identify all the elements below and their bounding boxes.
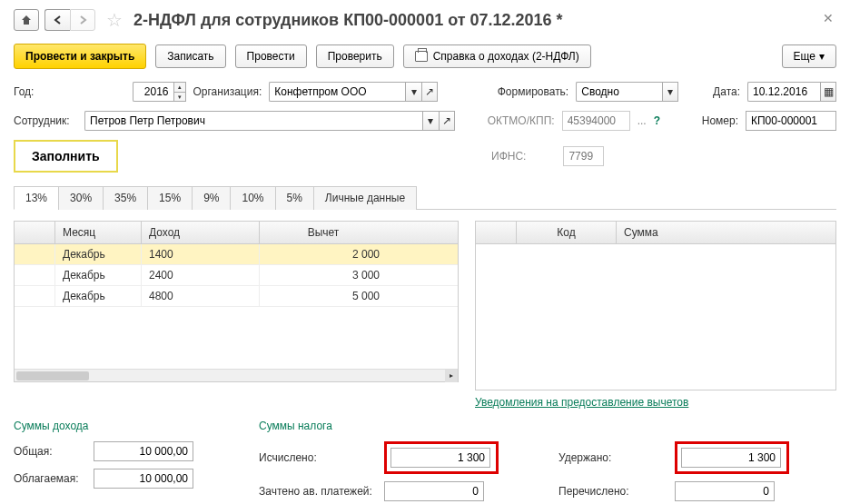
date-picker[interactable]: ▦ <box>820 82 836 102</box>
date-label: Дата: <box>713 85 740 98</box>
col-sum[interactable]: Сумма <box>617 222 835 243</box>
chevron-down-icon: ▾ <box>819 50 825 63</box>
col-ded[interactable]: Вычет <box>260 222 387 243</box>
year-input[interactable] <box>133 82 173 102</box>
form-input[interactable] <box>576 82 662 102</box>
col-income[interactable]: Доход <box>142 222 260 243</box>
calc-highlight <box>384 441 499 474</box>
post-button[interactable]: Провести <box>235 44 307 68</box>
form-dropdown[interactable]: ▾ <box>662 82 678 102</box>
emp-input[interactable] <box>84 111 422 131</box>
tab-9[interactable]: 9% <box>192 186 231 210</box>
col-month[interactable]: Месяц <box>55 222 142 243</box>
help-icon[interactable]: ? <box>654 114 660 127</box>
year-up[interactable]: ▴ <box>173 82 186 92</box>
adv-input[interactable] <box>384 481 484 501</box>
adv-label: Зачтено ав. платежей: <box>259 485 377 498</box>
income-sums-head: Суммы дохода <box>14 420 213 432</box>
table-row[interactable]: Декабрь24003 000 <box>15 265 458 286</box>
held-input[interactable] <box>681 448 781 468</box>
tax-sums-head: Суммы налога <box>259 420 513 432</box>
check-button[interactable]: Проверить <box>316 44 394 68</box>
tabs-bar: 13% 30% 35% 15% 9% 10% 5% Личные данные <box>14 185 836 210</box>
table-row[interactable]: Декабрь48005 000 <box>15 286 458 307</box>
org-dropdown[interactable]: ▾ <box>405 82 421 102</box>
ifns-label: ИФНС: <box>491 150 526 163</box>
org-input[interactable] <box>269 82 405 102</box>
fill-button[interactable]: Заполнить <box>14 140 118 173</box>
year-label: Год: <box>14 85 34 98</box>
org-open[interactable]: ↗ <box>421 82 438 102</box>
table-row[interactable]: Декабрь14002 000 <box>15 244 458 265</box>
emp-dropdown[interactable]: ▾ <box>422 111 439 131</box>
trans-input[interactable] <box>675 481 775 501</box>
ifns-input[interactable] <box>563 146 604 166</box>
calc-label: Исчислено: <box>259 451 377 464</box>
held-label: Удержано: <box>558 451 667 464</box>
total-input[interactable] <box>94 441 193 461</box>
window-title: 2-НДФЛ для сотрудников КП00-000001 от 07… <box>133 11 563 30</box>
held-highlight <box>675 441 789 474</box>
favorite-star-icon[interactable]: ☆ <box>106 9 123 31</box>
more-button[interactable]: Еще▾ <box>782 44 836 68</box>
num-input[interactable] <box>746 111 836 131</box>
h-scrollbar[interactable]: ▸ <box>15 369 458 381</box>
tab-13[interactable]: 13% <box>14 186 59 210</box>
calc-input[interactable] <box>390 448 490 468</box>
nav-fwd-button <box>70 9 95 31</box>
close-icon[interactable]: ✕ <box>823 11 834 25</box>
tab-10[interactable]: 10% <box>230 186 275 210</box>
cert-button[interactable]: Справка о доходах (2-НДФЛ) <box>403 44 591 68</box>
tab-5[interactable]: 5% <box>275 186 314 210</box>
date-input[interactable] <box>747 82 820 102</box>
num-label: Номер: <box>702 114 738 127</box>
nav-back-button[interactable] <box>44 9 70 31</box>
org-label: Организация: <box>193 85 262 98</box>
deductions-link[interactable]: Уведомления на предоставление вычетов <box>475 396 688 409</box>
form-label: Формировать: <box>498 85 569 98</box>
save-button[interactable]: Записать <box>155 44 225 68</box>
taxable-input[interactable] <box>94 469 193 489</box>
tab-15[interactable]: 15% <box>147 186 193 210</box>
home-button[interactable] <box>14 9 39 31</box>
oktmo-label: ОКТМО/КПП: <box>488 114 555 127</box>
year-down[interactable]: ▾ <box>173 92 186 102</box>
emp-label: Сотрудник: <box>14 114 77 127</box>
emp-open[interactable]: ↗ <box>439 111 455 131</box>
oktmo-ellipsis[interactable]: ... <box>638 114 647 127</box>
oktmo-input[interactable] <box>562 111 630 131</box>
tab-30[interactable]: 30% <box>58 186 104 210</box>
total-label: Общая: <box>14 445 86 458</box>
col-code[interactable]: Код <box>517 222 617 243</box>
printer-icon <box>415 51 428 62</box>
tab-personal[interactable]: Личные данные <box>313 186 417 210</box>
post-close-button[interactable]: Провести и закрыть <box>14 44 146 69</box>
taxable-label: Облагаемая: <box>14 472 86 485</box>
tab-35[interactable]: 35% <box>103 186 148 210</box>
trans-label: Перечислено: <box>558 485 667 498</box>
